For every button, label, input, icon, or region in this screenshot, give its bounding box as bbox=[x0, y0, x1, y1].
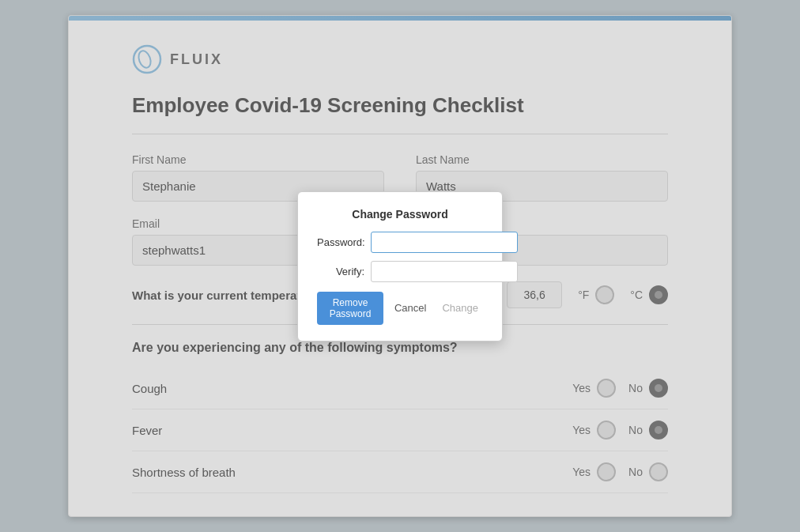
modal-buttons: Remove Password Cancel Change bbox=[317, 292, 483, 325]
verify-field-row: Verify: bbox=[317, 261, 483, 282]
main-card: FLUIX Employee Covid-19 Screening Checkl… bbox=[68, 15, 732, 517]
page-wrapper: FLUIX Employee Covid-19 Screening Checkl… bbox=[0, 0, 800, 532]
remove-password-button[interactable]: Remove Password bbox=[317, 292, 383, 325]
modal-overlay: Change Password Password: Verify: Remove… bbox=[69, 16, 731, 516]
change-button[interactable]: Change bbox=[437, 296, 483, 319]
change-password-dialog: Change Password Password: Verify: Remove… bbox=[297, 191, 503, 341]
password-field-label: Password: bbox=[317, 236, 364, 248]
verify-field-label: Verify: bbox=[317, 266, 364, 277]
cancel-button[interactable]: Cancel bbox=[390, 296, 431, 319]
modal-title: Change Password bbox=[317, 208, 483, 221]
password-field-input[interactable] bbox=[371, 232, 518, 253]
password-field-row: Password: bbox=[317, 232, 483, 253]
verify-field-input[interactable] bbox=[371, 261, 518, 282]
